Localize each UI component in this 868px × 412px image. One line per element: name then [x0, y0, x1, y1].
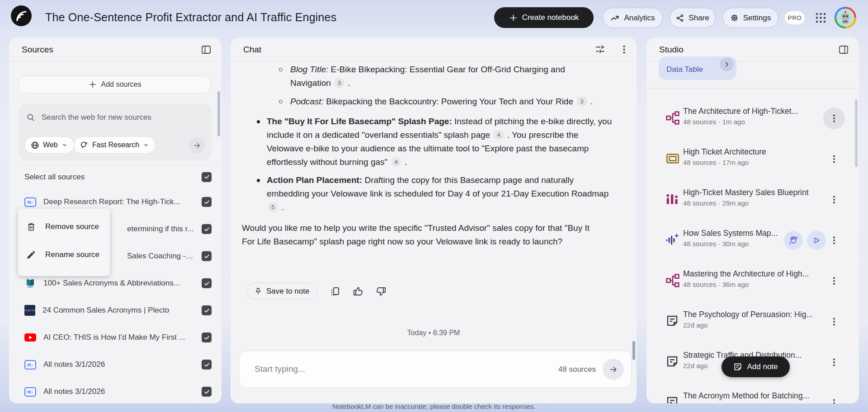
- source-checkbox[interactable]: [202, 387, 212, 397]
- account-avatar[interactable]: [835, 7, 856, 28]
- studio-item[interactable]: The Psychology of Persuasion: Hig... 22d…: [646, 301, 859, 342]
- citation-chip[interactable]: 4: [392, 157, 401, 167]
- studio-item[interactable]: High Ticket Architecture 48 sources · 17…: [646, 139, 859, 179]
- trending-up-icon: [610, 14, 619, 23]
- chat-date-divider: Today • 6:39 PM: [231, 329, 637, 337]
- add-sources-button[interactable]: Add sources: [18, 75, 212, 94]
- add-note-button[interactable]: Add note: [722, 356, 790, 377]
- item-menu-icon[interactable]: [829, 357, 840, 368]
- bullet-icon: [257, 179, 260, 182]
- chat-closing-paragraph: Would you like me to help you write the …: [242, 221, 599, 248]
- studio-divider: [646, 88, 859, 89]
- source-checkbox[interactable]: [202, 305, 212, 315]
- expand-panel-icon[interactable]: [838, 44, 849, 55]
- studio-panel-title: Studio: [659, 45, 684, 55]
- report-chart-icon: [665, 192, 680, 206]
- source-row[interactable]: m↓ All notes 3/1/2026: [9, 378, 222, 403]
- studio-panel: Studio Data Table The Architecture of Hi…: [646, 37, 859, 403]
- interactive-mode-button[interactable]: [784, 231, 803, 250]
- apps-grid-icon[interactable]: [815, 12, 827, 24]
- source-row[interactable]: PLECTO 24 Common Sales Acronyms | Plecto: [9, 297, 222, 324]
- citation-chip[interactable]: 4: [494, 130, 503, 140]
- save-to-note-button[interactable]: Save to note: [246, 283, 317, 300]
- citation-chip[interactable]: 5: [268, 202, 278, 212]
- source-checkbox[interactable]: [202, 332, 212, 342]
- item-menu-icon[interactable]: [829, 276, 840, 286]
- citation-chip[interactable]: 3: [577, 97, 586, 106]
- plus-icon: [509, 14, 518, 22]
- chevron-down-icon: [61, 142, 68, 148]
- sources-scrollbar[interactable]: [217, 91, 220, 136]
- item-menu-icon[interactable]: [829, 316, 840, 327]
- message-actions-row: Save to note: [246, 283, 387, 300]
- studio-item[interactable]: The Architecture of High-Ticket... 48 so…: [646, 98, 859, 139]
- search-sparkle-icon: [80, 141, 89, 150]
- source-checkbox[interactable]: [202, 224, 212, 234]
- chat-bullet: Action Plan Placement: Drafting the copy…: [255, 173, 617, 214]
- item-menu-icon[interactable]: [829, 194, 840, 205]
- trash-icon: [26, 222, 36, 232]
- settings-button[interactable]: Settings: [722, 8, 778, 28]
- search-submit-button[interactable]: [189, 137, 205, 154]
- select-all-checkbox[interactable]: [202, 172, 212, 182]
- tune-icon[interactable]: [594, 44, 606, 55]
- collapse-panel-icon[interactable]: [201, 44, 212, 55]
- studio-item[interactable]: Mastering the Architecture of High... 48…: [646, 261, 859, 301]
- play-audio-button[interactable]: [807, 231, 826, 250]
- notebooklm-logo-icon[interactable]: [11, 5, 32, 26]
- item-menu-icon[interactable]: [829, 113, 840, 124]
- chat-input-box: 48 sources: [239, 351, 632, 388]
- chat-bullet: The "Buy It For Life Basecamp" Splash Pa…: [255, 115, 617, 169]
- send-button[interactable]: [603, 359, 624, 380]
- chat-scrollbar[interactable]: [632, 341, 635, 360]
- pro-badge: PRO: [785, 11, 805, 24]
- studio-item[interactable]: The Acronym Method for Batching...: [646, 383, 859, 403]
- source-checkbox[interactable]: [202, 278, 212, 288]
- notebook-title[interactable]: The One-Sentence Profit Extractor and AI…: [45, 11, 336, 24]
- studio-scrollbar[interactable]: [855, 99, 858, 167]
- source-row[interactable]: AI CEO: THIS is How I'd Make My First ..…: [9, 324, 222, 351]
- pencil-icon: [26, 250, 36, 260]
- studio-item[interactable]: High-Ticket Mastery Sales Blueprint 48 s…: [646, 179, 859, 220]
- hollow-bullet-icon: [279, 100, 283, 103]
- gear-icon: [730, 14, 739, 22]
- sources-panel-title: Sources: [22, 45, 53, 55]
- chat-sub-bullet: Blog Title: E-Bike Bikepacking: Essentia…: [278, 63, 576, 90]
- share-icon: [676, 14, 684, 22]
- research-mode-dropdown[interactable]: Fast Research: [74, 136, 156, 154]
- rename-source-menu-item[interactable]: Rename source: [18, 241, 110, 269]
- chat-panel-title: Chat: [243, 45, 261, 55]
- thumbs-up-icon[interactable]: [353, 286, 363, 297]
- plecto-favicon: PLECTO: [24, 305, 35, 316]
- source-row[interactable]: m↓ All notes 3/1/2026: [9, 351, 222, 378]
- copy-icon[interactable]: [330, 286, 340, 297]
- share-button[interactable]: Share: [670, 8, 716, 28]
- chat-input[interactable]: [255, 351, 508, 387]
- waving-hand-icon: [788, 235, 798, 245]
- item-menu-icon[interactable]: [829, 235, 840, 246]
- studio-item[interactable]: How Sales Systems Map... 48 sources · 30…: [646, 220, 859, 261]
- analytics-button[interactable]: Analytics: [603, 8, 663, 28]
- plus-icon: [89, 80, 97, 89]
- bullet-icon: [257, 120, 260, 123]
- citation-chip[interactable]: 3: [335, 78, 344, 88]
- source-checkbox[interactable]: [202, 360, 212, 370]
- sources-panel: Sources Add sources Web Fast Research: [9, 37, 222, 403]
- assistant-message: Blog Title: E-Bike Bikepacking: Essentia…: [242, 63, 626, 248]
- source-checkbox[interactable]: [202, 197, 212, 207]
- pin-icon: [254, 287, 262, 295]
- remove-source-menu-item[interactable]: Remove source: [18, 213, 110, 241]
- web-filter-dropdown[interactable]: Web: [24, 136, 74, 154]
- web-search-card: Web Fast Research: [18, 103, 212, 160]
- create-notebook-button[interactable]: Create notebook: [494, 7, 594, 28]
- source-checkbox[interactable]: [202, 251, 212, 261]
- chat-panel: Chat Blog Title: E-Bike Bikepacking: Ess…: [231, 37, 637, 403]
- item-menu-icon[interactable]: [829, 154, 840, 164]
- chat-sub-bullet: Podcast: Bikepacking the Backcountry: Po…: [278, 95, 622, 108]
- more-vert-icon[interactable]: [618, 44, 630, 55]
- search-icon: [26, 113, 35, 122]
- chip-scroll-right-button[interactable]: [720, 57, 734, 71]
- web-search-input[interactable]: [42, 113, 205, 122]
- sources-panel-header: Sources: [9, 37, 222, 62]
- thumbs-down-icon[interactable]: [376, 286, 387, 297]
